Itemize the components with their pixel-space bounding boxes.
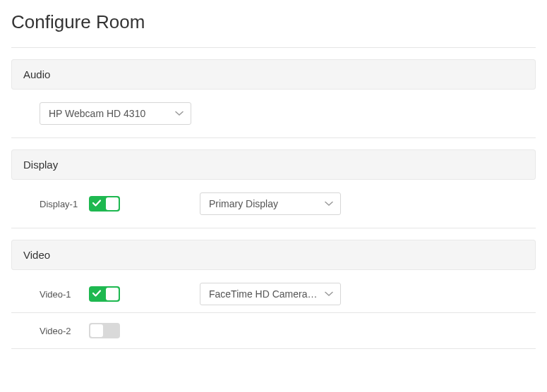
display-1-toggle[interactable] [89,196,120,212]
divider [11,228,536,228]
display-1-value: Primary Display [209,198,319,209]
chevron-down-icon [325,201,333,207]
section-content-video: Video-1 FaceTime HD Camera (... [11,270,536,312]
chevron-down-icon [325,291,333,297]
chevron-down-icon [175,111,184,116]
divider [11,47,536,48]
video-item-label: Video-2 [40,326,82,336]
display-1-select[interactable]: Primary Display [200,192,341,215]
video-1-select[interactable]: FaceTime HD Camera (... [200,283,341,305]
video-2-row-container: Video-2 [11,313,536,348]
section-header-display: Display [11,149,536,180]
audio-device-value: HP Webcam HD 4310 [49,108,169,119]
toggle-knob [106,288,119,300]
section-header-audio: Audio [11,59,536,90]
section-content-audio: HP Webcam HD 4310 [11,90,536,137]
video-item-label: Video-1 [40,289,82,300]
audio-device-select[interactable]: HP Webcam HD 4310 [40,102,191,125]
section-header-video: Video [11,240,536,270]
divider [11,348,536,349]
video-2-toggle[interactable] [89,323,120,338]
section-content-display: Display-1 Primary Display [11,180,536,228]
check-icon [92,198,102,211]
video-1-value: FaceTime HD Camera (... [209,288,319,300]
page-title: Configure Room [11,11,536,33]
divider [11,137,536,138]
video-1-toggle[interactable] [89,286,120,302]
toggle-knob [106,197,119,210]
toggle-knob [90,324,103,337]
check-icon [92,288,102,301]
display-item-label: Display-1 [40,199,82,209]
